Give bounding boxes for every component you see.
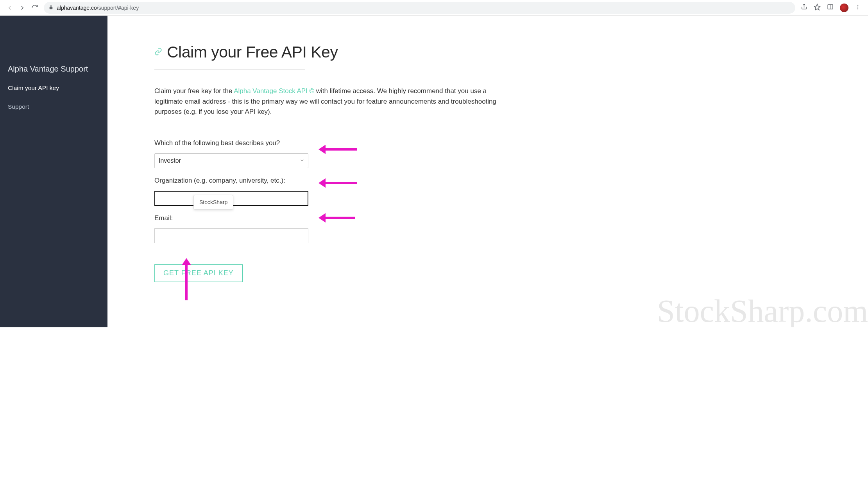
svg-point-6 — [857, 8, 858, 9]
annotation-arrow-org — [319, 178, 357, 188]
field-email: Email: — [154, 214, 821, 243]
panel-icon[interactable] — [827, 4, 834, 12]
stock-api-link[interactable]: Alpha Vantage Stock API © — [234, 87, 314, 95]
sidebar-title: Alpha Vantage Support — [8, 65, 100, 74]
heading-row: Claim your Free API Key — [154, 43, 821, 61]
org-label: Organization (e.g. company, university, … — [154, 177, 821, 185]
app-body: Alpha Vantage Support Claim your API key… — [0, 16, 868, 327]
forward-button[interactable] — [19, 4, 26, 11]
chrome-right-icons — [801, 4, 861, 12]
intro-paragraph: Claim your free key for the Alpha Vantag… — [154, 86, 506, 117]
kebab-menu-icon[interactable] — [855, 4, 861, 12]
heading-rule — [154, 69, 305, 70]
field-role: Which of the following best describes yo… — [154, 139, 821, 168]
profile-avatar[interactable] — [840, 4, 848, 12]
autofill-tooltip[interactable]: StockSharp — [193, 195, 233, 210]
nav-arrows — [6, 4, 38, 11]
page-title: Claim your Free API Key — [167, 43, 338, 61]
field-org: Organization (e.g. company, university, … — [154, 177, 821, 206]
url-host: alphavantage.co — [57, 5, 97, 11]
intro-pre: Claim your free key for the — [154, 87, 234, 95]
reload-button[interactable] — [31, 4, 38, 11]
share-icon[interactable] — [801, 4, 807, 12]
browser-toolbar: alphavantage.co/support/#api-key — [0, 0, 868, 16]
watermark-text: StockSharp.com — [657, 293, 868, 327]
email-input[interactable] — [154, 228, 308, 243]
get-api-key-button[interactable]: GET FREE API KEY — [154, 264, 243, 282]
url-text: alphavantage.co/support/#api-key — [57, 5, 139, 11]
role-select[interactable]: Investor — [154, 153, 308, 168]
role-label: Which of the following best describes yo… — [154, 139, 821, 147]
email-label: Email: — [154, 214, 821, 222]
lock-icon — [48, 5, 54, 11]
svg-point-4 — [857, 5, 858, 5]
svg-marker-1 — [814, 4, 820, 10]
role-select-wrap: Investor — [154, 153, 308, 168]
main-content: Claim your Free API Key Claim your free … — [107, 16, 868, 327]
annotation-arrow-email — [319, 213, 355, 223]
address-bar[interactable]: alphavantage.co/support/#api-key — [44, 2, 795, 14]
back-button[interactable] — [6, 4, 13, 11]
svg-point-5 — [857, 6, 858, 7]
sidebar-item-claim-key[interactable]: Claim your API key — [8, 84, 100, 92]
sidebar-item-support[interactable]: Support — [8, 103, 100, 110]
annotation-arrow-submit — [182, 258, 191, 300]
sidebar: Alpha Vantage Support Claim your API key… — [0, 16, 107, 327]
svg-rect-2 — [828, 5, 833, 9]
star-icon[interactable] — [814, 4, 821, 12]
anchor-link-icon[interactable] — [154, 48, 162, 57]
url-path: /support/#api-key — [97, 5, 139, 11]
annotation-arrow-role — [319, 145, 357, 154]
